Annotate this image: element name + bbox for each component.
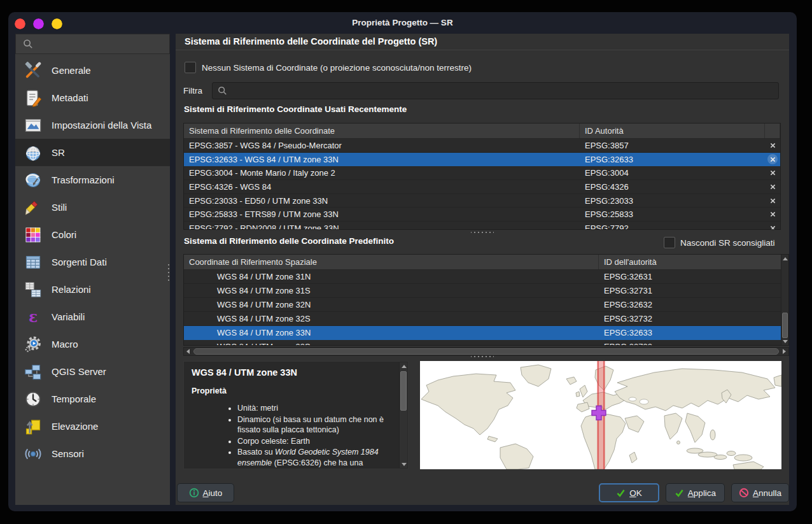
sidebar-item-label: Impostazioni della Vista bbox=[52, 120, 151, 131]
scroll-down-button[interactable] bbox=[400, 460, 408, 468]
sidebar-item-colori[interactable]: Colori bbox=[15, 221, 170, 248]
transform-globe-icon bbox=[24, 171, 43, 190]
sidebar-item-label: QGIS Server bbox=[52, 366, 106, 377]
sidebar-search-box[interactable] bbox=[15, 34, 170, 54]
table-row[interactable]: EPSG:7792 - RDN2008 / UTM zone 33NEPSG:7… bbox=[184, 222, 780, 230]
sidebar-search-input[interactable] bbox=[38, 39, 162, 50]
sidebar-item-sorgenti-dati[interactable]: Sorgenti Dati bbox=[15, 248, 170, 276]
sidebar-item-sensori[interactable]: Sensori bbox=[15, 440, 170, 467]
column-header[interactable]: ID Autorità bbox=[580, 124, 765, 138]
no-crs-checkbox[interactable] bbox=[185, 62, 196, 73]
ireland bbox=[576, 392, 580, 397]
remove-row-button[interactable] bbox=[767, 168, 778, 178]
sidebar-item-relazioni[interactable]: Relazioni bbox=[15, 276, 170, 303]
tools-icon bbox=[24, 61, 43, 80]
britain bbox=[580, 385, 587, 397]
sidebar-item-label: Variabili bbox=[52, 311, 85, 322]
table-row[interactable]: EPSG:23033 - ED50 / UTM zone 33NEPSG:230… bbox=[184, 194, 780, 208]
table-row[interactable]: EPSG:25833 - ETRS89 / UTM zone 33NEPSG:2… bbox=[184, 208, 780, 222]
cancel-button[interactable]: Annulla bbox=[731, 483, 789, 502]
apply-button[interactable]: Applica bbox=[666, 483, 725, 502]
table-row[interactable]: WGS 84 / UTM zone 32NEPSG:32632 bbox=[184, 298, 788, 312]
column-header[interactable]: Sistema di Riferimento delle Coordinate bbox=[184, 124, 580, 138]
chukotka bbox=[774, 375, 781, 386]
scrollbar-thumb[interactable] bbox=[193, 348, 779, 355]
south-america bbox=[500, 444, 533, 469]
details-scrollbar[interactable] bbox=[399, 362, 407, 468]
list-item: Corpo celeste: Earth bbox=[237, 436, 394, 447]
sidebar-item-elevazione[interactable]: Elevazione bbox=[15, 413, 170, 440]
scroll-down-button[interactable] bbox=[781, 337, 789, 345]
table-row-selected[interactable]: WGS 84 / UTM zone 33NEPSG:32633 bbox=[184, 326, 788, 340]
remove-row-button[interactable] bbox=[767, 195, 778, 206]
sidebar-item-metadati[interactable]: Metadati bbox=[15, 84, 170, 111]
sidebar-item-generale[interactable]: Generale bbox=[15, 57, 170, 84]
predefined-section-title: Sistema di Riferimento delle Coordinate … bbox=[184, 236, 394, 246]
vertical-scrollbar[interactable] bbox=[781, 255, 788, 345]
sidebar-item-temporale[interactable]: Temporale bbox=[15, 385, 170, 413]
table-row[interactable]: WGS 84 / UTM zone 31SEPSG:32731 bbox=[184, 284, 788, 298]
table-row[interactable]: WGS 84 / UTM zone 31NEPSG:32631 bbox=[184, 270, 788, 284]
title-bar: Proprietà Progetto — SR bbox=[8, 12, 797, 34]
ok-button[interactable]: OK bbox=[599, 483, 659, 502]
svg-text:ε: ε bbox=[29, 308, 38, 326]
cuba bbox=[487, 436, 498, 442]
australia-north bbox=[733, 462, 764, 469]
remove-row-button[interactable] bbox=[767, 209, 778, 220]
section-splitter-handle[interactable] bbox=[471, 231, 494, 234]
table-row[interactable]: EPSG:3857 - WGS 84 / Pseudo-MercatorEPSG… bbox=[184, 139, 780, 153]
remove-row-button[interactable] bbox=[767, 154, 778, 164]
table-row-selected[interactable]: EPSG:32633 - WGS 84 / UTM zone 33NEPSG:3… bbox=[184, 153, 780, 167]
panel-splitter-handle[interactable] bbox=[167, 262, 170, 283]
sri-lanka bbox=[677, 441, 680, 444]
help-button[interactable]: Aiuto bbox=[177, 483, 234, 502]
column-header-remove[interactable] bbox=[765, 124, 780, 138]
sidebar-item-qgis-server[interactable]: QGIS Server bbox=[15, 358, 170, 385]
info-icon bbox=[189, 488, 199, 498]
sidebar-item-variabili[interactable]: ε Variabili bbox=[15, 303, 170, 330]
asia bbox=[615, 369, 775, 411]
help-button-label: Aiuto bbox=[203, 488, 223, 498]
remove-row-button[interactable] bbox=[767, 223, 778, 230]
table-row[interactable]: EPSG:3004 - Monte Mario / Italy zone 2EP… bbox=[184, 166, 780, 180]
horizontal-scrollbar[interactable] bbox=[183, 347, 789, 356]
temporal-clock-icon bbox=[24, 390, 43, 409]
scroll-up-button[interactable] bbox=[400, 362, 408, 370]
sidebar-item-label: Generale bbox=[52, 65, 91, 76]
black-sea bbox=[629, 397, 636, 401]
scroll-up-button[interactable] bbox=[781, 255, 789, 262]
iceland bbox=[566, 377, 577, 385]
column-header[interactable]: ID dell'autorità bbox=[599, 255, 782, 269]
scrollbar-thumb[interactable] bbox=[782, 313, 788, 338]
sidebar-item-impostazioni-vista[interactable]: Impostazioni della Vista bbox=[15, 111, 170, 139]
scroll-right-button[interactable] bbox=[780, 348, 788, 355]
table-row[interactable]: WGS 84 / UTM zone 33SEPSG:32733 bbox=[184, 340, 788, 346]
sidebar-item-macro[interactable]: Macro bbox=[15, 330, 170, 358]
sidebar-item-trasformazioni[interactable]: Trasformazioni bbox=[15, 166, 170, 194]
remove-row-button[interactable] bbox=[767, 140, 778, 150]
scrollbar-thumb[interactable] bbox=[400, 371, 407, 411]
sumatra bbox=[687, 448, 703, 453]
crs-details-list: Unità: metri Dinamico (si basa su un dat… bbox=[237, 403, 394, 468]
preview-splitter-handle[interactable] bbox=[471, 355, 494, 358]
page-title: Sistema di Riferimento delle Coordinate … bbox=[185, 36, 437, 46]
filter-input[interactable] bbox=[232, 85, 773, 96]
new-guinea bbox=[734, 455, 752, 461]
sidebar-item-label: Sorgenti Dati bbox=[52, 257, 107, 267]
remove-row-button[interactable] bbox=[767, 181, 778, 192]
scroll-left-button[interactable] bbox=[184, 348, 192, 355]
list-item: Basato su World Geodetic System 1984 ens… bbox=[237, 447, 394, 468]
table-row[interactable]: EPSG:4326 - WGS 84EPSG:4326 bbox=[184, 180, 780, 194]
styles-brush-icon bbox=[24, 198, 43, 217]
sidebar-item-label: Sensori bbox=[52, 448, 84, 459]
sidebar-item-sr[interactable]: SR bbox=[15, 139, 170, 166]
hide-deprecated-checkbox[interactable] bbox=[664, 237, 675, 248]
crs-globe-icon bbox=[24, 143, 43, 162]
window-title: Proprietà Progetto — SR bbox=[8, 12, 797, 34]
filter-input-box[interactable] bbox=[212, 82, 779, 99]
no-crs-row: Nessun Sistema di Coordinate (o proiezio… bbox=[185, 62, 472, 73]
sidebar-item-stili[interactable]: Stili bbox=[15, 194, 170, 221]
table-row[interactable]: WGS 84 / UTM zone 32SEPSG:32732 bbox=[184, 312, 788, 326]
column-header[interactable]: Coordinate di Riferimento Spaziale bbox=[184, 255, 599, 269]
sidebar-item-label: Relazioni bbox=[52, 284, 91, 295]
